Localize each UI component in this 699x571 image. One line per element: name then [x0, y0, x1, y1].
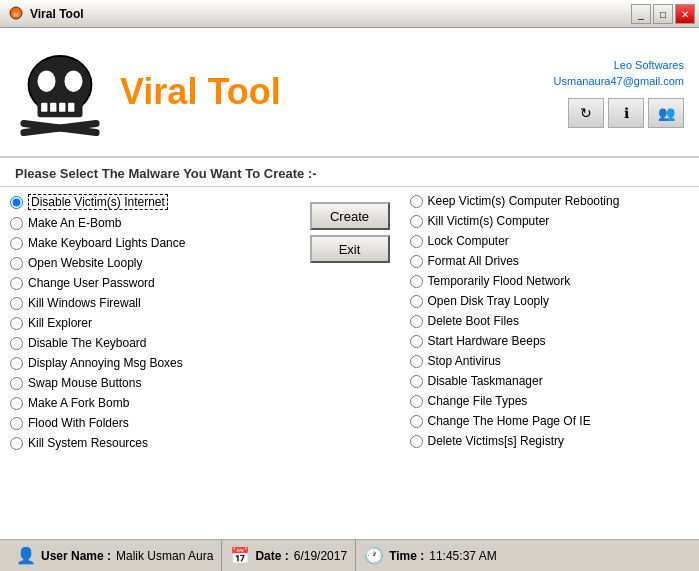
radio-delete-registry[interactable] — [410, 435, 423, 448]
list-item[interactable]: Make Keyboard Lights Dance — [10, 234, 290, 252]
list-item[interactable]: Disable Taskmanager — [410, 372, 690, 390]
info-button[interactable]: ℹ — [608, 98, 644, 128]
label-delete-registry: Delete Victims[s] Registry — [428, 434, 564, 448]
radio-change-file-types[interactable] — [410, 395, 423, 408]
logo-area: Viral Tool — [15, 47, 281, 137]
header-area: Viral Tool Leo Softwares Usmanaura47@gma… — [0, 28, 699, 158]
radio-kill-firewall[interactable] — [10, 297, 23, 310]
radio-fork-bomb[interactable] — [10, 397, 23, 410]
radio-hardware-beeps[interactable] — [410, 335, 423, 348]
list-item[interactable]: Display Annoying Msg Boxes — [10, 354, 290, 372]
radio-stop-antivirus[interactable] — [410, 355, 423, 368]
list-item[interactable]: Flood With Folders — [10, 414, 290, 432]
list-item[interactable]: Open Disk Tray Looply — [410, 292, 690, 310]
time-section: 🕐 Time : 11:45:37 AM — [356, 540, 505, 571]
user-icon: 👤 — [16, 546, 36, 565]
list-item[interactable]: Temporarily Flood Network — [410, 272, 690, 290]
radio-open-website[interactable] — [10, 257, 23, 270]
minimize-button[interactable]: _ — [631, 4, 651, 24]
radio-disable-internet[interactable] — [10, 196, 23, 209]
maximize-button[interactable]: □ — [653, 4, 673, 24]
company-email: Usmanaura47@gmail.com — [554, 73, 684, 90]
company-info: Leo Softwares Usmanaura47@gmail.com — [554, 57, 684, 90]
right-column: Keep Victim(s) Computer Rebooting Kill V… — [410, 192, 690, 534]
list-item[interactable]: Format All Drives — [410, 252, 690, 270]
label-change-homepage: Change The Home Page Of IE — [428, 414, 591, 428]
svg-point-3 — [38, 70, 56, 92]
title-bar-text: Viral Tool — [30, 7, 84, 21]
radio-keyboard-lights[interactable] — [10, 237, 23, 250]
svg-rect-7 — [41, 103, 47, 112]
radio-ebomb[interactable] — [10, 217, 23, 230]
radio-keep-rebooting[interactable] — [410, 195, 423, 208]
content-area: Disable Victim(s) Internet Make An E-Bom… — [0, 187, 699, 539]
radio-disk-tray[interactable] — [410, 295, 423, 308]
label-swap-mouse: Swap Mouse Buttons — [28, 376, 141, 390]
svg-point-4 — [65, 70, 83, 92]
list-item[interactable]: Delete Boot Files — [410, 312, 690, 330]
clock-icon: 🕐 — [364, 546, 384, 565]
radio-lock-computer[interactable] — [410, 235, 423, 248]
radio-flood-folders[interactable] — [10, 417, 23, 430]
list-item[interactable]: Change The Home Page Of IE — [410, 412, 690, 430]
radio-disable-taskmanager[interactable] — [410, 375, 423, 388]
list-item[interactable]: Swap Mouse Buttons — [10, 374, 290, 392]
label-kill-explorer: Kill Explorer — [28, 316, 92, 330]
list-item[interactable]: Delete Victims[s] Registry — [410, 432, 690, 450]
label-format-drives: Format All Drives — [428, 254, 519, 268]
radio-format-drives[interactable] — [410, 255, 423, 268]
header-right: Leo Softwares Usmanaura47@gmail.com ↻ ℹ … — [554, 57, 684, 128]
label-change-password: Change User Password — [28, 276, 155, 290]
label-kill-firewall: Kill Windows Firewall — [28, 296, 141, 310]
svg-rect-10 — [68, 103, 74, 112]
list-item[interactable]: Change File Types — [410, 392, 690, 410]
radio-kill-explorer[interactable] — [10, 317, 23, 330]
list-item[interactable]: Open Website Looply — [10, 254, 290, 272]
list-item[interactable]: Make A Fork Bomb — [10, 394, 290, 412]
list-item[interactable]: Kill Victim(s) Computer — [410, 212, 690, 230]
date-section: 📅 Date : 6/19/2017 — [222, 540, 356, 571]
list-item[interactable]: Change User Password — [10, 274, 290, 292]
close-button[interactable]: ✕ — [675, 4, 695, 24]
radio-swap-mouse[interactable] — [10, 377, 23, 390]
users-button[interactable]: 👥 — [648, 98, 684, 128]
list-item[interactable]: Make An E-Bomb — [10, 214, 290, 232]
header-buttons[interactable]: ↻ ℹ 👥 — [568, 98, 684, 128]
window-controls[interactable]: _ □ ✕ — [631, 4, 695, 24]
radio-disable-keyboard[interactable] — [10, 337, 23, 350]
label-keyboard-lights: Make Keyboard Lights Dance — [28, 236, 185, 250]
label-keep-rebooting: Keep Victim(s) Computer Rebooting — [428, 194, 620, 208]
radio-change-homepage[interactable] — [410, 415, 423, 428]
list-item[interactable]: Kill System Resources — [10, 434, 290, 452]
label-stop-antivirus: Stop Antivirus — [428, 354, 501, 368]
list-item[interactable]: Stop Antivirus — [410, 352, 690, 370]
create-button[interactable]: Create — [310, 202, 390, 230]
label-delete-boot: Delete Boot Files — [428, 314, 519, 328]
list-item[interactable]: Keep Victim(s) Computer Rebooting — [410, 192, 690, 210]
refresh-button[interactable]: ↻ — [568, 98, 604, 128]
svg-rect-9 — [59, 103, 65, 112]
app-icon: ☠ — [8, 6, 24, 22]
radio-delete-boot[interactable] — [410, 315, 423, 328]
radio-change-password[interactable] — [10, 277, 23, 290]
list-item[interactable]: Kill Windows Firewall — [10, 294, 290, 312]
label-change-file-types: Change File Types — [428, 394, 528, 408]
list-item[interactable]: Lock Computer — [410, 232, 690, 250]
time-value: 11:45:37 AM — [429, 549, 496, 563]
company-name: Leo Softwares — [554, 57, 684, 74]
user-label: User Name : — [41, 549, 111, 563]
label-disable-internet: Disable Victim(s) Internet — [28, 194, 168, 210]
radio-annoying-msg[interactable] — [10, 357, 23, 370]
radio-kill-system[interactable] — [10, 437, 23, 450]
list-item[interactable]: Kill Explorer — [10, 314, 290, 332]
user-section: 👤 User Name : Malik Usman Aura — [8, 540, 222, 571]
exit-button[interactable]: Exit — [310, 235, 390, 263]
list-item[interactable]: Start Hardware Beeps — [410, 332, 690, 350]
radio-kill-computer[interactable] — [410, 215, 423, 228]
prompt-text: Please Select The Malware You Want To Cr… — [0, 158, 699, 187]
label-flood-network: Temporarily Flood Network — [428, 274, 571, 288]
radio-flood-network[interactable] — [410, 275, 423, 288]
center-column: Create Exit — [300, 192, 400, 534]
list-item[interactable]: Disable The Keyboard — [10, 334, 290, 352]
list-item[interactable]: Disable Victim(s) Internet — [10, 192, 290, 212]
